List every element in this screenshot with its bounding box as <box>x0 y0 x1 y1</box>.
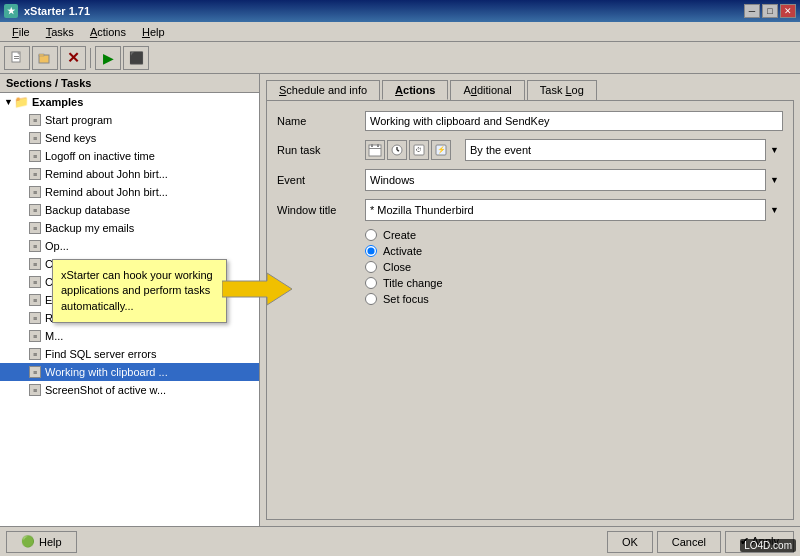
radio-activate-label: Activate <box>383 245 422 257</box>
run-icon-event[interactable]: ⚡ <box>431 140 451 160</box>
tree-item-label: Backup database <box>45 204 130 216</box>
task-icon: ≡ <box>28 113 42 127</box>
task-icon: ≡ <box>28 167 42 181</box>
radio-close[interactable]: Close <box>365 261 783 273</box>
tab-schedule-and-info[interactable]: Schedule and info <box>266 80 380 100</box>
minimize-button[interactable]: ─ <box>744 4 760 18</box>
tab-task-log[interactable]: Task Log <box>527 80 597 100</box>
event-select[interactable]: Windows CPU Memory <box>365 169 783 191</box>
delete-button[interactable]: ✕ <box>60 46 86 70</box>
tab-content: Name Run task ⏱ <box>266 100 794 520</box>
task-icon: ≡ <box>28 275 42 289</box>
radio-activate-input[interactable] <box>365 245 377 257</box>
run-icon-timer[interactable]: ⏱ <box>409 140 429 160</box>
help-button[interactable]: 🟢 Help <box>6 531 77 553</box>
close-button[interactable]: ✕ <box>780 4 796 18</box>
name-row: Name <box>277 111 783 131</box>
list-item[interactable]: ≡ Remind about John birt... <box>0 183 259 201</box>
run-task-icons: ⏱ ⚡ <box>365 140 451 160</box>
app-icon: ★ <box>4 4 18 18</box>
list-item[interactable]: ≡ Start program <box>0 111 259 129</box>
svg-rect-2 <box>14 56 19 57</box>
task-icon: ≡ <box>28 149 42 163</box>
svg-rect-6 <box>369 145 381 156</box>
menu-actions[interactable]: Actions <box>82 24 134 40</box>
title-bar-text: ★ xStarter 1.71 <box>4 4 90 18</box>
run-button[interactable]: ▶ <box>95 46 121 70</box>
tree-item-selected[interactable]: ≡ Working with clipboard ... <box>0 363 259 381</box>
tree-item-label: Find SQL server errors <box>45 348 156 360</box>
event-select-wrapper: Windows CPU Memory ▼ <box>365 169 783 191</box>
tooltip-text: xStarter can hook your working applicati… <box>61 269 213 312</box>
list-item[interactable]: ≡ M... <box>0 327 259 345</box>
radio-activate[interactable]: Activate <box>365 245 783 257</box>
menu-bar: File Tasks Actions Help <box>0 22 800 42</box>
radio-set-focus-label: Set focus <box>383 293 429 305</box>
right-panel: Schedule and info Actions Additional Tas… <box>260 74 800 526</box>
tree-item-label: ScreenShot of active w... <box>45 384 166 396</box>
help-icon: 🟢 <box>21 535 35 548</box>
task-icon: ≡ <box>28 203 42 217</box>
run-task-label: Run task <box>277 144 357 156</box>
menu-file[interactable]: File <box>4 24 38 40</box>
task-icon: ≡ <box>28 185 42 199</box>
radio-create-input[interactable] <box>365 229 377 241</box>
run-task-select[interactable]: By the event By schedule At startup <box>465 139 783 161</box>
event-label: Event <box>277 174 357 186</box>
window-title-select[interactable]: * Mozilla Thunderbird Any window <box>365 199 783 221</box>
bottom-left: 🟢 Help <box>6 531 77 553</box>
task-icon: ≡ <box>28 329 42 343</box>
svg-text:⏱: ⏱ <box>416 147 422 153</box>
tab-additional[interactable]: Additional <box>450 80 524 100</box>
tree-item-label: M... <box>45 330 63 342</box>
tree-item-label: Backup my emails <box>45 222 134 234</box>
tree-item-label: Op... <box>45 240 69 252</box>
list-item[interactable]: ≡ Backup database <box>0 201 259 219</box>
ok-button[interactable]: OK <box>607 531 653 553</box>
list-item[interactable]: ≡ Op... <box>0 237 259 255</box>
open-button[interactable] <box>32 46 58 70</box>
list-item[interactable]: ≡ Find SQL server errors <box>0 345 259 363</box>
tree-root-examples[interactable]: ▼ 📁 Examples <box>0 93 259 111</box>
task-icon: ≡ <box>28 347 42 361</box>
maximize-button[interactable]: □ <box>762 4 778 18</box>
list-item[interactable]: ≡ Remind about John birt... <box>0 165 259 183</box>
tooltip-arrow <box>222 269 292 309</box>
radio-set-focus[interactable]: Set focus <box>365 293 783 305</box>
title-bar: ★ xStarter 1.71 ─ □ ✕ <box>0 0 800 22</box>
tree-root-label: Examples <box>32 96 83 108</box>
svg-text:⚡: ⚡ <box>437 145 446 154</box>
title-buttons: ─ □ ✕ <box>744 4 796 18</box>
list-item[interactable]: ≡ ScreenShot of active w... <box>0 381 259 399</box>
run-icon-clock[interactable] <box>387 140 407 160</box>
tree-item-label: Working with clipboard ... <box>45 366 168 378</box>
ok-label: OK <box>622 536 638 548</box>
svg-marker-17 <box>222 273 292 305</box>
task-icon: ≡ <box>28 365 42 379</box>
list-item[interactable]: ≡ Logoff on inactive time <box>0 147 259 165</box>
list-item[interactable]: ≡ Send keys <box>0 129 259 147</box>
tab-actions[interactable]: Actions <box>382 80 448 100</box>
bottom-bar: 🟢 Help OK Cancel ✔ Apply <box>0 526 800 556</box>
radio-group: Create Activate Close Title change <box>365 229 783 305</box>
window-title-row: Window title * Mozilla Thunderbird Any w… <box>277 199 783 221</box>
menu-tasks[interactable]: Tasks <box>38 24 82 40</box>
run-icon-calendar[interactable] <box>365 140 385 160</box>
list-item[interactable]: ≡ Backup my emails <box>0 219 259 237</box>
tab-bar: Schedule and info Actions Additional Tas… <box>266 80 794 100</box>
radio-create[interactable]: Create <box>365 229 783 241</box>
radio-set-focus-input[interactable] <box>365 293 377 305</box>
tree-item-label: Send keys <box>45 132 96 144</box>
menu-help[interactable]: Help <box>134 24 173 40</box>
name-input[interactable] <box>365 111 783 131</box>
radio-title-change-input[interactable] <box>365 277 377 289</box>
cancel-button[interactable]: Cancel <box>657 531 721 553</box>
task-icon: ≡ <box>28 257 42 271</box>
toolbar-separator <box>90 48 91 68</box>
run-task-select-wrapper: By the event By schedule At startup ▼ <box>465 139 783 161</box>
radio-close-input[interactable] <box>365 261 377 273</box>
new-button[interactable] <box>4 46 30 70</box>
stop-button[interactable]: ⬛ <box>123 46 149 70</box>
svg-line-12 <box>397 150 399 151</box>
radio-title-change[interactable]: Title change <box>365 277 783 289</box>
